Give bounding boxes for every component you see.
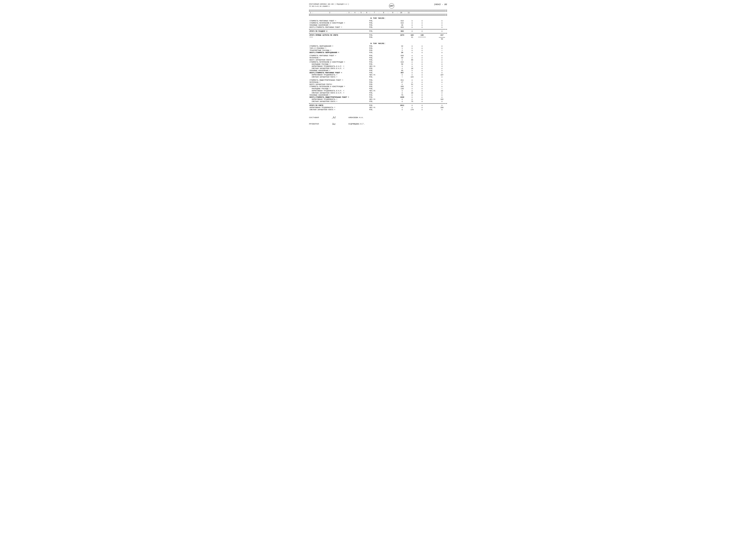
row-c11: о bbox=[437, 85, 447, 88]
smetnaya-zp-c9: о bbox=[417, 109, 427, 111]
row-unit: РУБ. bbox=[369, 92, 377, 94]
program-name: ПРОГРАММНЫЙ КОМПЛЕКС АВС-3ЕС ( РЕДАКЦИЯ … bbox=[309, 3, 349, 5]
row-c11: о bbox=[437, 47, 447, 49]
proveril-row: ПРОВЕРИЛ 𝓱-z КУДРЯВЦЕВА Н.Г. bbox=[309, 122, 447, 125]
row-c9: о bbox=[417, 67, 427, 70]
itogo-razdel-table: ИТОГО ПО РАЗДЕЛУ 4 РУБ. 663 о о о bbox=[309, 30, 447, 32]
col10: 10 bbox=[398, 12, 404, 14]
row-c9: о bbox=[417, 94, 427, 96]
table-row: ВСЕГО,СТОИМОСТЬ МОНТАЖНЫХ РАБОТ = РУБ. 9… bbox=[309, 72, 447, 74]
header-center: 147 bbox=[389, 3, 394, 9]
row-c8: 10 bbox=[407, 67, 417, 70]
sub-c8: 41 bbox=[407, 36, 417, 40]
row-name: ВСЕГО,СТОИМОСТЬ ОБОРУДОВАНИЯ = bbox=[309, 52, 369, 54]
row-c8: о bbox=[407, 22, 417, 24]
row-name: ВСЕГО ЗАРАБОТНАЯ ПЛАТА= bbox=[309, 59, 369, 61]
row-c7: 1 bbox=[397, 49, 407, 52]
row-c8: о bbox=[407, 70, 417, 72]
section2-title: В ТОМ ЧИСЛЕ: bbox=[309, 42, 447, 45]
col6: 6 bbox=[364, 12, 369, 14]
normativ-trud-c9: о bbox=[417, 106, 427, 109]
normativ-trud-label: НОРМАТИВНАЯ ТРУДОЕМКОСТЬ = bbox=[309, 106, 369, 109]
row-c11: о bbox=[437, 61, 447, 63]
row-name: ТРАНСПОРТНЫЕ РАСХОДЫ = bbox=[309, 49, 369, 52]
row-c9: о bbox=[417, 81, 427, 83]
table-row: СТОИМОСТЬ ОБОРУДОВАНИЯ = РУБ. 32 о о о bbox=[309, 45, 447, 47]
row-unit: РУБ. bbox=[369, 96, 377, 98]
table-row: НОРМАТИВНАЯ ТРУДОЕМКОСТЬ В Н.Р. = ЧЕЛ.=Ч… bbox=[309, 65, 447, 67]
row-c9: о bbox=[417, 63, 427, 65]
row-unit: ЧЕЛ.=Ч bbox=[369, 65, 377, 67]
row-name: СТОИМОСТЬ ОБЩЕСТРОИТЕЛЬНЫХ РАБОТ = bbox=[309, 79, 369, 81]
row-c8: о bbox=[407, 45, 417, 47]
sub-unit: РУБ. bbox=[369, 36, 377, 40]
row-unit: РУБ. bbox=[369, 63, 377, 65]
table-row: СТОИМОСТЬ МАТЕРИАЛОВ И КОНСТРУКЦИИ = РУБ… bbox=[309, 22, 447, 24]
program-ref: ТП 503-5=41.90 АЛЬБОМ 6 bbox=[309, 5, 349, 8]
col5: 5 bbox=[359, 12, 363, 14]
table-row: НАКЛАДНЫЕ РАСХОДЫ = РУБ. 50 о о о bbox=[309, 63, 447, 65]
itogo-razdel-label: ИТОГО ПО РАЗДЕЛУ 4 bbox=[309, 30, 369, 32]
table-row: НОРМАТИВНАЯ ТРУДОЕМКОСТЬ = ЧЕЛ.=Ч о о о … bbox=[309, 74, 447, 76]
row-c11: о bbox=[437, 96, 447, 98]
dots2: ооооооооо bbox=[417, 36, 427, 40]
page-number: 147 bbox=[389, 3, 394, 9]
table-row: МАТЕРИАЛЫ = РУБ. 27 о о о bbox=[309, 81, 447, 83]
row-c7: 50 bbox=[397, 63, 407, 65]
col-sep4: : bbox=[358, 12, 359, 13]
row-unit: РУБ. bbox=[369, 55, 377, 57]
row-c9: о bbox=[417, 65, 427, 67]
col-sep2: : bbox=[346, 12, 347, 13]
row-c5 bbox=[377, 20, 387, 22]
sostavil-label: СОСТАВИЛ bbox=[309, 117, 329, 118]
dots-row: оооо РУБ. 41 ооооооооо ооооооооо 56 bbox=[309, 36, 447, 40]
header-left: ПРОГРАММНЫЙ КОМПЛЕКС АВС-3ЕС ( РЕДАКЦИЯ … bbox=[309, 3, 349, 7]
row-c8: о bbox=[407, 79, 417, 81]
row-name: НАКЛАДНЫЕ РАСХОДЫ = bbox=[309, 88, 369, 90]
row-c11: о bbox=[437, 72, 447, 74]
row-c7: 957 bbox=[397, 72, 407, 74]
row-c7: о bbox=[397, 65, 407, 67]
table-row: ТАРА И УПАКОВКА = РУБ. 1 о о о bbox=[309, 47, 447, 49]
row-c7: о bbox=[397, 74, 407, 76]
table-row: ВСЕГО,СТОИМОСТЬ ОБОРУДОВАНИЯ = РУБ. 34 о… bbox=[309, 52, 447, 54]
itogo-pryamye-row: ИТОГО ПРЯМЫЕ ЗАТРАТЫ ПО СМЕТЕ РУБ. 1673 … bbox=[309, 34, 447, 36]
table-row: ПЛАНОВЫЕ НАКОПЛЕНИЯ = РУБ. 75 о о о bbox=[309, 94, 447, 96]
table-row: СМЕТНАЯ ЗАРАБОТНАЯ ПЛАТА = РУБ. о 75 о о bbox=[309, 100, 447, 103]
row-c7: о bbox=[397, 92, 407, 94]
row-c9: о bbox=[417, 45, 427, 47]
sostavil-row: СОСТАВИЛ 𝓜 АЛЕКСЕЕВА Н.А. bbox=[309, 116, 447, 119]
oborud-table: СТОИМОСТЬ ОБОРУДОВАНИЯ = РУБ. 32 о о о Т… bbox=[309, 45, 447, 54]
row-c11: о bbox=[437, 59, 447, 61]
smetnaya-zp-row: СМЕТНАЯ ЗАРАБОТНАЯ ПЛАТА = РУБ. о 179 о … bbox=[309, 109, 447, 111]
row-c9: о bbox=[417, 57, 427, 59]
table-row: ПЛАНОВЫЕ НАКОПЛЕНИЯ = РУБ. 48 о о о bbox=[309, 24, 447, 26]
row-c9: о bbox=[417, 20, 427, 22]
col-sep6: : bbox=[369, 12, 370, 13]
row-c8: о bbox=[407, 47, 417, 49]
row-c7: 699 bbox=[397, 85, 407, 88]
row-unit: РУБ. bbox=[369, 20, 377, 22]
itogo-razdel-c8: о bbox=[407, 30, 417, 32]
row-c11: о bbox=[437, 55, 447, 57]
row-c7: о bbox=[397, 90, 407, 92]
row-c11: о bbox=[437, 79, 447, 81]
row-unit: РУБ. bbox=[369, 57, 377, 59]
row-name: ПЛАНОВЫЕ НАКОПЛЕНИЯ = bbox=[309, 70, 369, 72]
row-c7: 615 bbox=[397, 61, 407, 63]
row-c9: о bbox=[417, 47, 427, 49]
table-row: МАТЕРИАЛЫ = РУБ. 60 о о о bbox=[309, 57, 447, 59]
itogo-smete-label: ИТОГО ПО СМЕТЕ bbox=[309, 104, 369, 106]
row-unit: РУБ. bbox=[369, 61, 377, 63]
row-c7: 69 bbox=[397, 70, 407, 72]
row-unit: ЧЕЛ.=Ч bbox=[369, 90, 377, 92]
itogo-pryamye-table: ИТОГО ПРЯМЫЕ ЗАТРАТЫ ПО СМЕТЕ РУБ. 1673 … bbox=[309, 34, 447, 40]
table-row: СТОИМОСТЬ МОНТАЖНЫХ РАБОТ = РУБ. 615 о о… bbox=[309, 20, 447, 22]
smetnaya-zp-c7: о bbox=[397, 109, 407, 111]
col-sep10: : bbox=[404, 12, 406, 13]
itogo-smete-unit: РУБ. bbox=[369, 104, 377, 106]
row-c7: о bbox=[397, 83, 407, 85]
row-c7: 1020 bbox=[397, 96, 407, 98]
row-unit: РУБ. bbox=[369, 88, 377, 90]
itogo-razdel-row: ИТОГО ПО РАЗДЕЛУ 4 РУБ. 663 о о о bbox=[309, 30, 447, 32]
